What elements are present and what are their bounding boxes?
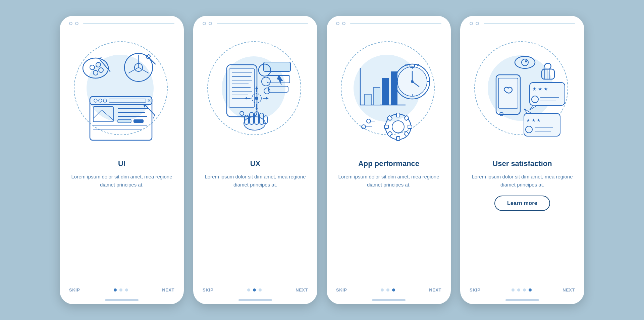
phone-top-bar-ui xyxy=(60,16,184,28)
home-indicator-ux xyxy=(238,299,272,301)
home-indicator-perf xyxy=(372,299,406,301)
illustration-ux xyxy=(193,28,317,155)
svg-marker-65 xyxy=(266,97,269,100)
svg-point-2 xyxy=(96,62,101,67)
screen-desc-ux: Lorem ipsum dolor sit dim amet, mea regi… xyxy=(203,173,307,189)
text-area-ux: UX Lorem ipsum dolor sit dim amet, mea r… xyxy=(193,155,317,189)
svg-point-3 xyxy=(99,68,103,72)
nav-dots-perf xyxy=(381,288,395,291)
svg-rect-70 xyxy=(382,78,389,105)
svg-rect-45 xyxy=(269,86,288,92)
status-dot xyxy=(470,22,473,25)
svg-rect-33 xyxy=(229,69,255,107)
status-dot xyxy=(75,22,78,25)
nav-dot-2 xyxy=(119,288,122,291)
screen-title-ux: UX xyxy=(250,159,261,168)
skip-button-sat[interactable]: SKIP xyxy=(470,287,480,292)
next-button-ui[interactable]: NEXT xyxy=(162,287,174,292)
phone-screen-ux: UX Lorem ipsum dolor sit dim amet, mea r… xyxy=(193,16,317,304)
illustration-sat: ★ ★ ★ ★ ★ ★ xyxy=(460,28,584,155)
nav-dot-1 xyxy=(381,288,384,291)
status-dot xyxy=(336,22,339,25)
svg-rect-86 xyxy=(396,113,400,117)
screen-desc-sat: Lorem ipsum dolor sit dim amet, mea regi… xyxy=(470,173,574,189)
svg-line-31 xyxy=(153,115,155,118)
status-dots xyxy=(203,22,212,25)
skip-button-perf[interactable]: SKIP xyxy=(336,287,347,292)
nav-dot-1 xyxy=(247,288,250,291)
bottom-nav-sat: SKIP NEXT xyxy=(460,287,584,299)
screens-container: UI Lorem ipsum dolor sit dim amet, mea r… xyxy=(60,16,584,304)
svg-rect-68 xyxy=(365,94,371,105)
status-dot xyxy=(209,22,212,25)
nav-dot-2 xyxy=(517,288,520,291)
svg-rect-43 xyxy=(264,62,290,71)
nav-dot-2 xyxy=(386,288,389,291)
next-button-ux[interactable]: NEXT xyxy=(296,287,308,292)
nav-dot-3 xyxy=(523,288,526,291)
phone-screen-ui: UI Lorem ipsum dolor sit dim amet, mea r… xyxy=(60,16,184,304)
screen-title-ui: UI xyxy=(118,159,125,168)
svg-line-21 xyxy=(102,110,113,120)
learn-more-button[interactable]: Learn more xyxy=(494,196,550,211)
sat-illustration-svg: ★ ★ ★ ★ ★ ★ xyxy=(472,36,573,147)
bottom-nav-ui: SKIP NEXT xyxy=(60,287,184,299)
svg-rect-12 xyxy=(90,97,152,105)
ux-illustration-svg xyxy=(205,38,306,145)
illustration-ui xyxy=(60,28,184,155)
status-dots xyxy=(69,22,78,25)
svg-rect-69 xyxy=(373,88,380,105)
svg-point-57 xyxy=(255,97,258,100)
svg-rect-93 xyxy=(404,131,409,137)
svg-text:★ ★ ★: ★ ★ ★ xyxy=(526,118,541,123)
nav-dot-3 xyxy=(392,288,395,291)
home-indicator-ui xyxy=(105,299,139,301)
svg-point-98 xyxy=(515,56,535,68)
svg-point-96 xyxy=(362,125,366,129)
screen-title-sat: User satisfaction xyxy=(492,159,552,168)
svg-line-20 xyxy=(93,110,102,118)
svg-marker-49 xyxy=(277,75,283,85)
status-dot xyxy=(203,22,206,25)
status-dot xyxy=(69,22,72,25)
screen-desc-perf: Lorem ipsum dolor sit dim amet, mea regi… xyxy=(337,173,441,189)
svg-marker-59 xyxy=(255,86,258,89)
status-line xyxy=(484,23,575,24)
svg-rect-92 xyxy=(387,131,392,137)
svg-point-85 xyxy=(392,121,404,133)
svg-point-79 xyxy=(411,80,414,83)
text-area-perf: App performance Lorem ipsum dolor sit di… xyxy=(327,155,451,189)
status-dots xyxy=(336,22,345,25)
phone-screen-user-satisfaction: ★ ★ ★ ★ ★ ★ User satisfaction Lorem xyxy=(460,16,584,304)
svg-rect-25 xyxy=(118,119,131,123)
text-area-ui: UI Lorem ipsum dolor sit dim amet, mea r… xyxy=(60,155,184,189)
nav-dot-2 xyxy=(253,288,256,291)
illustration-perf xyxy=(327,28,451,155)
svg-point-47 xyxy=(262,77,270,86)
nav-dots-ui xyxy=(114,288,128,291)
svg-line-29 xyxy=(145,105,155,115)
nav-dot-1 xyxy=(512,288,515,291)
next-button-sat[interactable]: NEXT xyxy=(562,287,575,292)
status-dot xyxy=(342,22,345,25)
svg-rect-101 xyxy=(542,69,554,79)
next-button-perf[interactable]: NEXT xyxy=(429,287,441,292)
skip-button-ui[interactable]: SKIP xyxy=(69,287,80,292)
phone-top-bar-sat xyxy=(460,16,584,28)
svg-rect-89 xyxy=(408,125,412,128)
text-area-sat: User satisfaction Lorem ipsum dolor sit … xyxy=(460,155,584,211)
phone-top-bar-ux xyxy=(193,16,317,28)
phone-top-bar-perf xyxy=(327,16,451,28)
svg-point-42 xyxy=(240,111,244,115)
svg-point-94 xyxy=(367,119,371,123)
nav-dot-4 xyxy=(529,288,532,291)
home-indicator-sat xyxy=(505,299,539,301)
svg-marker-61 xyxy=(255,108,258,110)
nav-dots-sat xyxy=(512,288,532,291)
svg-point-1 xyxy=(90,65,95,70)
bottom-nav-perf: SKIP NEXT xyxy=(327,287,451,299)
skip-button-ux[interactable]: SKIP xyxy=(203,287,213,292)
nav-dot-1 xyxy=(114,288,117,291)
status-line xyxy=(217,23,308,24)
svg-point-48 xyxy=(264,88,270,94)
